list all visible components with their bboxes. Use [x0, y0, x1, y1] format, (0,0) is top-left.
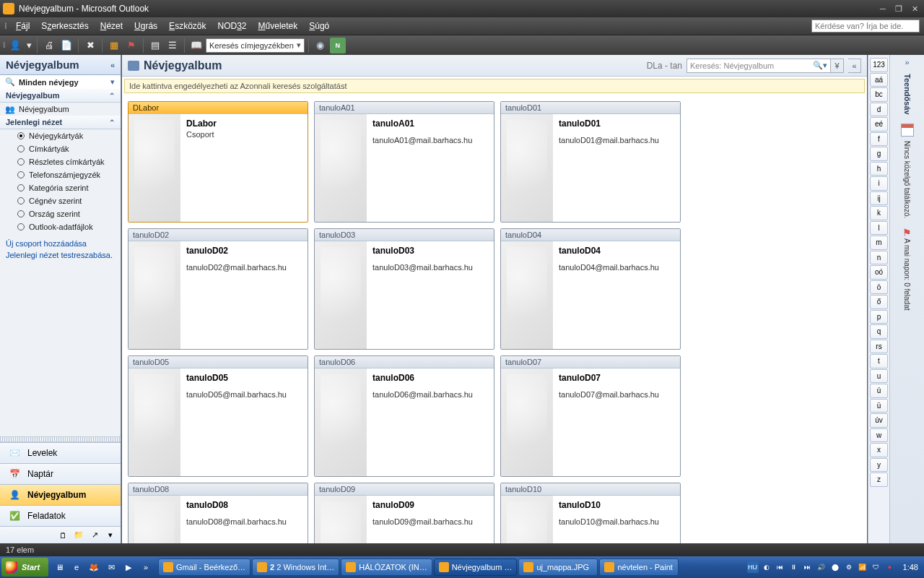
tasks-nav-button[interactable]: ✅Feladatok [0, 505, 121, 526]
alpha-w[interactable]: w [870, 428, 888, 443]
alpha-eé[interactable]: eé [870, 117, 888, 131]
expand-todobar-button[interactable]: » [905, 58, 909, 66]
alpha-n[interactable]: n [870, 251, 888, 265]
alpha-ü[interactable]: ü [870, 399, 888, 413]
menu-szerkesztés[interactable]: Szerkesztés [35, 19, 94, 33]
my-contacts-section[interactable]: Névjegyalbum ⌃ [0, 89, 121, 103]
contact-card[interactable]: tanuloD10tanuloD10tanuloD10@mail.barhacs… [500, 483, 681, 543]
taskbar-task[interactable]: HÁLÓZATOK (IN… [341, 558, 432, 576]
alpha-u[interactable]: u [870, 369, 888, 384]
collapse-nav-button[interactable]: « [110, 61, 115, 69]
minimize-button[interactable]: ─ [876, 4, 889, 14]
alpha-ö[interactable]: ö [870, 280, 888, 295]
help-question-input[interactable] [811, 20, 920, 33]
addressbook-search-input[interactable]: Keresés címjegyzékben ▾ [206, 38, 305, 53]
menu-műveletek[interactable]: Műveletek [253, 19, 304, 33]
notes-icon[interactable]: 🗒 [57, 530, 69, 541]
media-player-icon[interactable]: ▶ [121, 558, 136, 576]
tray-prev-icon[interactable]: ⏮ [775, 561, 786, 573]
new-dropdown-button[interactable]: ▾ [25, 38, 33, 53]
menu-ugrás[interactable]: Ugrás [128, 19, 163, 33]
current-view-section[interactable]: Jelenlegi nézet ⌃ [0, 116, 121, 129]
view-option[interactable]: Névjegykártyák [0, 129, 121, 142]
print-button[interactable]: 🖨 [41, 38, 57, 53]
alpha-x[interactable]: x [870, 443, 888, 457]
outlook-icon[interactable]: ✉ [103, 558, 119, 576]
alpha-d[interactable]: d [870, 103, 888, 117]
configure-buttons[interactable]: ▾ [105, 530, 116, 541]
alpha-y[interactable]: y [870, 458, 888, 473]
add-group-link[interactable]: Új csoport hozzáadása [6, 238, 115, 249]
start-button[interactable]: Start [1, 558, 48, 577]
delete-button[interactable]: ✖ [82, 38, 98, 53]
alpha-l[interactable]: l [870, 221, 888, 236]
alpha-bc[interactable]: bc [870, 87, 888, 102]
tray-pause-icon[interactable]: ⏸ [788, 561, 800, 573]
volume-icon[interactable]: 🔊 [816, 561, 827, 573]
nod32-button[interactable]: N [330, 38, 346, 53]
help-button[interactable]: ◉ [313, 38, 328, 53]
card-view-button[interactable]: ▤ [147, 38, 163, 53]
alpha-t[interactable]: t [870, 354, 888, 368]
alpha-m[interactable]: m [870, 236, 888, 250]
show-desktop-icon[interactable]: 🖥 [51, 558, 67, 576]
contact-card[interactable]: tanuloD09tanuloD09tanuloD09@mail.barhacs… [314, 483, 494, 543]
list-view-button[interactable]: ☰ [165, 38, 180, 53]
tray-icon[interactable]: ⚙ [843, 561, 855, 573]
view-option[interactable]: Kategória szerint [0, 181, 121, 194]
view-option[interactable]: Outlook-adatfájlok [0, 220, 121, 233]
alpha-úv[interactable]: úv [870, 413, 888, 428]
menu-fájl[interactable]: Fájl [10, 19, 35, 33]
alpha-rs[interactable]: rs [870, 340, 888, 354]
tray-next-icon[interactable]: ⏭ [802, 561, 814, 573]
alpha-q[interactable]: q [870, 324, 888, 339]
taskbar-task[interactable]: 2 2 Windows Int… [252, 558, 339, 576]
search-contacts-input[interactable]: Keresés: Névjegyalbum 🔍▾ [687, 59, 831, 73]
view-option[interactable]: Telefonszámjegyzék [0, 168, 121, 181]
alpha-k[interactable]: k [870, 206, 888, 220]
collapse-todobar-button[interactable]: « [848, 59, 861, 73]
alpha-ő[interactable]: ő [870, 295, 888, 309]
contacts-nav-button[interactable]: 👤Névjegyalbum [0, 484, 121, 505]
followup-button[interactable]: ⚑ [123, 38, 139, 53]
tray-icon[interactable]: ● [884, 561, 896, 573]
maximize-button[interactable]: ❐ [892, 4, 905, 14]
alpha-123[interactable]: 123 [870, 58, 888, 72]
tray-icon[interactable]: ◐ [761, 561, 772, 573]
calendar-icon[interactable] [901, 124, 914, 137]
network-icon[interactable]: 📶 [857, 561, 868, 573]
contact-card[interactable]: tanuloD05tanuloD05tanuloD05@mail.barhacs… [128, 355, 308, 477]
alpha-p[interactable]: p [870, 310, 888, 324]
search-options-button[interactable]: ¥ [831, 59, 844, 73]
contact-card[interactable]: tanuloD06tanuloD06tanuloD06@mail.barhacs… [314, 355, 494, 477]
contact-card[interactable]: tanuloD08tanuloD08tanuloD08@mail.barhacs… [128, 483, 308, 543]
menu-nézet[interactable]: Nézet [95, 19, 128, 33]
contact-card[interactable]: DLaborDLaborCsoport [128, 101, 308, 223]
shortcuts-icon[interactable]: ↗ [89, 530, 100, 541]
taskbar-task[interactable]: névtelen - Paint [599, 558, 679, 576]
alpha-f[interactable]: f [870, 132, 888, 147]
lang-indicator[interactable]: HU [747, 561, 759, 573]
taskbar-task[interactable]: Gmail - Beérkező… [158, 558, 250, 576]
alpha-aá[interactable]: aá [870, 73, 888, 87]
alpha-oó[interactable]: oó [870, 265, 888, 280]
move-button[interactable]: 📄 [58, 38, 74, 53]
calendar-nav-button[interactable]: 📅Naptár [0, 463, 121, 484]
contact-card[interactable]: tanuloD04tanuloD04tanuloD04@mail.barhacs… [500, 228, 681, 350]
alpha-z[interactable]: z [870, 473, 888, 487]
ie-icon[interactable]: e [69, 558, 84, 576]
customize-view-link[interactable]: Jelenlegi nézet testreszabása. [6, 249, 115, 261]
menu-eszközök[interactable]: Eszközök [163, 19, 212, 33]
tray-icon[interactable]: 🛡 [871, 561, 882, 573]
contact-card[interactable]: tanuloA01tanuloA01tanuloA01@mail.barhacs… [314, 101, 494, 223]
contact-card[interactable]: tanuloD07tanuloD07tanuloD07@mail.barhacs… [500, 355, 681, 477]
all-contacts-item[interactable]: 🔍 Minden névjegy ▾ [0, 75, 121, 89]
contact-card[interactable]: tanuloD03tanuloD03tanuloD03@mail.barhacs… [314, 228, 494, 350]
instant-search-infobar[interactable]: Ide kattintva engedélyezheti az Azonnali… [124, 79, 865, 93]
new-contact-button[interactable]: 👤 [7, 38, 23, 53]
view-option[interactable]: Cégnév szerint [0, 194, 121, 207]
view-option[interactable]: Címkártyák [0, 142, 121, 155]
menu-súgó[interactable]: Súgó [303, 19, 335, 33]
taskbar-task[interactable]: uj_mappa.JPG [518, 558, 598, 576]
view-option[interactable]: Ország szerint [0, 207, 121, 220]
